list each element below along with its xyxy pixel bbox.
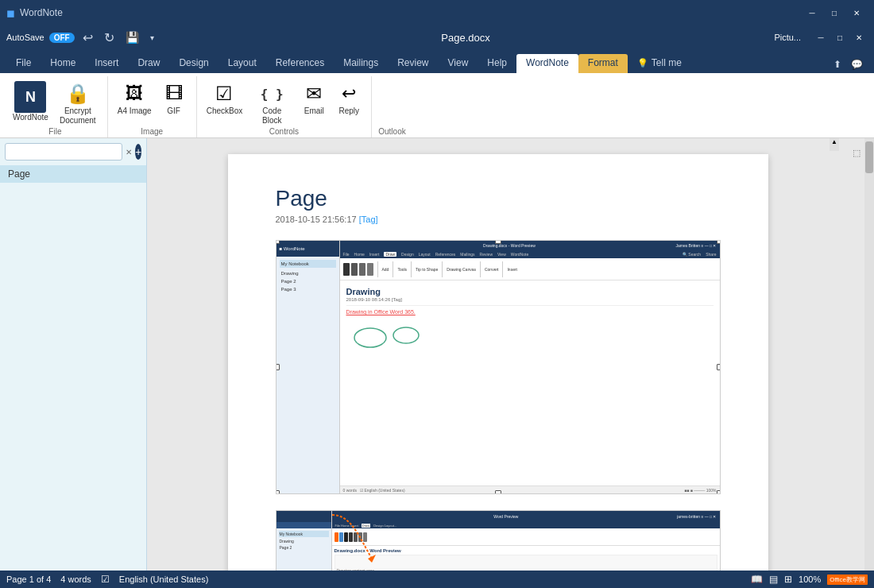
gif-button[interactable]: 🎞 GIF — [158, 79, 190, 118]
zoom-level[interactable]: 100% — [799, 574, 821, 584]
undo-button[interactable]: ↩ — [79, 29, 96, 47]
a4-image-button[interactable]: 🖼 A4 Image — [114, 79, 155, 118]
checkbox-button[interactable]: ☑ CheckBox — [203, 79, 246, 118]
resize-handle-tl[interactable] — [276, 240, 280, 244]
ribbon-group-outlook: Outlook — [372, 76, 412, 137]
sidebar-page-item[interactable]: Page — [0, 165, 146, 183]
page-tag[interactable]: [Tag] — [359, 215, 378, 224]
sidebar: ✕ + Page — [0, 138, 147, 571]
save-quick-button[interactable]: 💾 — [122, 29, 142, 45]
wordnote-button[interactable]: N WordNote — [10, 79, 52, 124]
ribbon-commands: N WordNote 🔒 Encrypt Document File 🖼 A4 … — [0, 73, 874, 138]
focus-mode-button[interactable]: 📖 — [751, 574, 763, 585]
tab-help[interactable]: Help — [478, 54, 516, 73]
close-btn2[interactable]: ✕ — [850, 30, 868, 44]
document-area[interactable]: ▲ Page 2018-10-15 21:56:17 [Tag] — [147, 138, 849, 571]
tab-review[interactable]: Review — [388, 54, 438, 73]
tab-design[interactable]: Design — [169, 54, 218, 73]
tab-layout[interactable]: Layout — [218, 54, 266, 73]
more-quick-access[interactable]: ▾ — [147, 32, 157, 44]
tab-references[interactable]: References — [266, 54, 334, 73]
titlebar: ◼ WordNote ─ □ ✕ — [0, 0, 874, 25]
tab-mailings[interactable]: Mailings — [334, 54, 388, 73]
reply-icon: ↩ — [336, 81, 362, 106]
ribbon-tabs: File Home Insert Draw Design Layout Refe… — [0, 49, 874, 73]
doc-title: Page.docx — [162, 32, 770, 44]
connector-arrow-svg — [328, 511, 376, 567]
resize-handle-tm[interactable] — [495, 240, 501, 244]
tab-view[interactable]: View — [439, 54, 478, 73]
tab-tell-me[interactable]: 💡 Tell me — [628, 54, 691, 73]
page-title: Page — [276, 186, 721, 211]
resize-handle-bm[interactable] — [495, 490, 501, 494]
reply-button[interactable]: ↩ Reply — [333, 79, 365, 118]
tab-wordnote[interactable]: WordNote — [516, 54, 578, 73]
gif-icon: 🎞 — [161, 81, 187, 106]
resize-handle-ml[interactable] — [276, 364, 280, 370]
svg-point-0 — [354, 328, 386, 347]
lightbulb-icon: 💡 — [637, 58, 648, 68]
scrollbar[interactable] — [864, 138, 874, 571]
resize-handle-bl[interactable] — [276, 490, 280, 494]
tab-file[interactable]: File — [6, 54, 41, 73]
share-button[interactable]: ⬆ — [829, 56, 846, 73]
resize-handle-tr[interactable] — [717, 240, 721, 244]
statusbar: Page 1 of 4 4 words ☑ English (United St… — [0, 571, 874, 588]
email-icon: ✉ — [301, 81, 327, 106]
view-mode-button[interactable]: ▤ — [769, 574, 778, 585]
office-watermark: Office教学网 — [827, 574, 868, 585]
minimize-button[interactable]: ─ — [801, 4, 823, 21]
ribbon-group-file: N WordNote 🔒 Encrypt Document File — [3, 76, 108, 137]
search-input[interactable] — [5, 143, 122, 161]
resize-handle-mr[interactable] — [717, 364, 721, 370]
tab-draw[interactable]: Draw — [128, 54, 169, 73]
drawing-svg — [346, 318, 442, 358]
ribbon-group-image: 🖼 A4 Image 🎞 GIF Image — [108, 76, 197, 137]
read-mode-button[interactable]: ⊞ — [784, 574, 792, 585]
redo-button[interactable]: ↻ — [101, 29, 118, 47]
min-btn2[interactable]: ─ — [812, 30, 830, 44]
svg-marker-2 — [368, 555, 376, 563]
tab-insert[interactable]: Insert — [85, 54, 128, 73]
page-info: Page 1 of 4 — [6, 574, 51, 584]
image-icon: 🖼 — [122, 81, 147, 106]
autosave-toggle[interactable]: OFF — [49, 33, 75, 43]
status-right: 📖 ▤ ⊞ 100% Office教学网 — [751, 574, 868, 585]
encrypt-document-button[interactable]: 🔒 Encrypt Document — [55, 79, 101, 127]
word-count: 4 words — [60, 574, 91, 584]
right-sidebar: ⬚ — [849, 138, 864, 571]
ribbon-top-bar: AutoSave OFF ↩ ↻ 💾 ▾ Page.docx Pictu... … — [0, 25, 874, 49]
autosave-label: AutoSave — [6, 33, 44, 42]
ribbon-group-controls: ☑ CheckBox { } Code Block ✉ Email ↩ Repl… — [197, 76, 373, 137]
page-meta: 2018-10-15 21:56:17 [Tag] — [276, 215, 721, 224]
sidebar-search-bar: ✕ + — [0, 138, 146, 165]
wordnote-icon: N — [14, 81, 46, 113]
embedded-screenshot-1[interactable]: ■ WordNote My Notebook Drawing Page 2 Pa… — [276, 240, 721, 494]
ribbon-group-file-items: N WordNote 🔒 Encrypt Document — [10, 76, 101, 127]
maximize-button[interactable]: □ — [823, 4, 845, 21]
scroll-up-area: ▲ — [830, 138, 839, 151]
svg-point-1 — [393, 327, 419, 343]
picture-label: Pictu... — [774, 33, 801, 42]
email-button[interactable]: ✉ Email — [298, 79, 330, 118]
add-page-button[interactable]: + — [135, 144, 141, 160]
resize-handle-br[interactable] — [717, 490, 721, 494]
comment-button[interactable]: 💬 — [846, 56, 868, 73]
code-block-button[interactable]: { } Code Block — [249, 79, 295, 127]
ribbon-group-image-items: 🖼 A4 Image 🎞 GIF — [114, 76, 190, 127]
tab-home[interactable]: Home — [41, 54, 85, 73]
image-group-label: Image — [141, 127, 163, 137]
format-shape-button[interactable]: ⬚ — [853, 148, 860, 158]
tab-format[interactable]: Format — [578, 54, 628, 73]
search-clear-button[interactable]: ✕ — [126, 148, 132, 157]
max-btn2[interactable]: □ — [831, 30, 849, 44]
spelling-icon[interactable]: ☑ — [101, 574, 110, 585]
window-controls: ─ □ ✕ — [801, 4, 868, 21]
app-title: WordNote — [20, 7, 801, 18]
language[interactable]: English (United States) — [119, 574, 209, 584]
close-button[interactable]: ✕ — [845, 4, 868, 21]
embedded-screenshot-2[interactable]: My Notebook Drawing Page 2 Word Preview … — [276, 510, 721, 571]
controls-group-label: Controls — [269, 127, 299, 137]
main-layout: ✕ + Page ▲ Page 2018-10-15 21:56:17 [Tag… — [0, 138, 874, 571]
scroll-thumb[interactable] — [865, 141, 873, 173]
